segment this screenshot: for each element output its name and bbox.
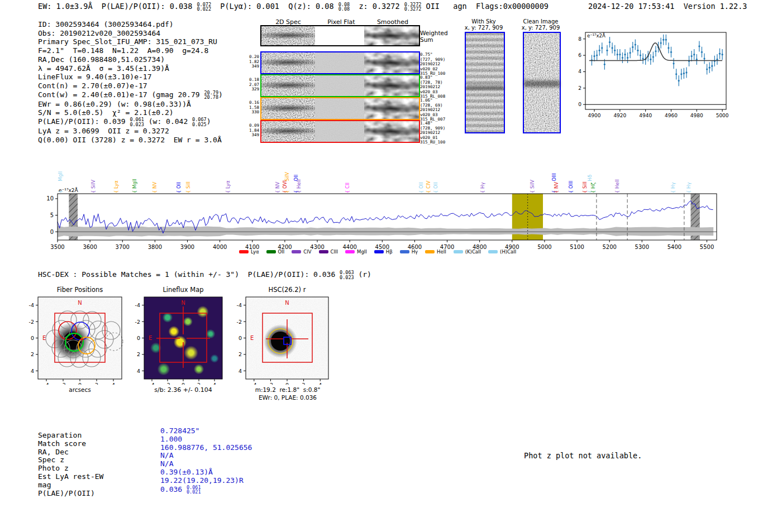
svg-text:2: 2 xyxy=(239,351,242,357)
svg-text:3600: 3600 xyxy=(83,244,97,250)
svg-text:N: N xyxy=(78,300,82,306)
svg-text:-2: -2 xyxy=(165,382,170,385)
legend-item-(K)CaII: (K)CaII xyxy=(454,249,481,255)
info-line-9: EWr = 0.86(±0.29) (w: 0.98(±0.33))Å xyxy=(38,100,223,109)
spec2d-segment xyxy=(315,98,364,119)
match-value-6: 19.22(19.20,19.23)R xyxy=(160,477,252,485)
linefit-plot: 02468490049204940496049805000e⁻¹⁷x2Å xyxy=(559,26,743,126)
spec2d-segment xyxy=(364,52,419,73)
svg-text:4: 4 xyxy=(578,69,581,74)
svg-text:5100: 5100 xyxy=(570,244,584,250)
spec2d-fiber-row xyxy=(260,97,420,120)
legend-swatch xyxy=(345,250,355,253)
spec2d-row-stats: 0.18 2.07 329 xyxy=(246,78,259,92)
photz-note: Phot z plot not available. xyxy=(524,451,642,460)
svg-text:-4: -4 xyxy=(135,302,140,308)
legend-swatch xyxy=(425,250,435,253)
legend-item-Hβ: Hβ xyxy=(374,249,393,255)
match-value-1: 1.000 xyxy=(160,435,252,444)
match-label-3: Spec z xyxy=(38,456,103,464)
spec2d-fiber-row xyxy=(260,74,420,97)
svg-text:4920: 4920 xyxy=(613,113,626,118)
match-label-0: Separation xyxy=(38,432,103,440)
svg-text:4940: 4940 xyxy=(639,113,652,118)
svg-text:10: 10 xyxy=(46,195,54,202)
svg-text:5: 5 xyxy=(50,212,54,218)
elixer-report-page: EW: 1.0±3.9Å P(LAE)/P(OII): 0.038 0.0720… xyxy=(0,0,782,532)
hsc-dex-summary: HSC-DEX : Possible Matches = 1 (within +… xyxy=(38,270,371,280)
svg-text:-4: -4 xyxy=(251,382,256,385)
spec2d-segment xyxy=(261,26,315,45)
match-value-0: 0.728425" xyxy=(160,427,252,435)
svg-text:3500: 3500 xyxy=(50,244,64,250)
svg-text:-2: -2 xyxy=(29,319,34,325)
svg-text:0: 0 xyxy=(78,382,82,385)
svg-text:2: 2 xyxy=(31,351,34,357)
match-label-4: Photo z xyxy=(38,464,103,473)
svg-text:2: 2 xyxy=(578,85,581,91)
spec2d-segment xyxy=(315,26,364,45)
spec2d-segment xyxy=(261,52,315,73)
svg-text:4900: 4900 xyxy=(588,113,601,118)
spec2d-segment xyxy=(364,98,419,119)
legend-swatch xyxy=(454,250,463,253)
hsc-xlabel2: EWr: 0, PLAE: 0.036 xyxy=(240,394,335,401)
legend-item-Hγ: Hγ xyxy=(400,249,418,255)
legend-item-Lyα: Lyα xyxy=(239,249,259,255)
legend-swatch xyxy=(239,250,249,253)
svg-text:4000: 4000 xyxy=(213,244,227,250)
hsc-plot: -44-22002-24-4NE xyxy=(230,293,342,385)
legend-swatch xyxy=(488,250,498,253)
svg-text:0: 0 xyxy=(137,335,140,341)
lineflux-map-plot: -44-22002-24-4NE xyxy=(130,293,236,385)
svg-text:5000: 5000 xyxy=(716,113,729,118)
svg-text:0: 0 xyxy=(239,335,242,341)
spec2d-segment xyxy=(315,52,364,73)
svg-text:-4: -4 xyxy=(44,382,49,385)
svg-text:4960: 4960 xyxy=(665,113,678,118)
spec2d-segment xyxy=(364,121,419,142)
spec2d-segment xyxy=(261,75,315,96)
withsky-image xyxy=(465,32,505,133)
svg-text:-2: -2 xyxy=(60,382,65,385)
svg-text:4: 4 xyxy=(31,368,34,374)
svg-text:5200: 5200 xyxy=(602,244,616,250)
spec2d-fiber-row xyxy=(260,51,420,74)
spec2d-segment xyxy=(364,75,419,96)
svg-text:e⁻¹⁷x2Å: e⁻¹⁷x2Å xyxy=(587,32,605,39)
spec2d-segment xyxy=(315,75,364,96)
match-value-2: 160.988776, 51.025656 xyxy=(160,444,252,452)
match-label-5: Est LyA rest-EW xyxy=(38,473,103,481)
spec2d-row-stats: 0.16 1.58 330 xyxy=(246,100,259,115)
spec2d-segment xyxy=(261,121,315,142)
svg-text:E: E xyxy=(250,335,254,341)
svg-text:0: 0 xyxy=(285,382,289,385)
spec2d-row-label: 0.83" (728, 78) 20190212 v020_03 315_RL_… xyxy=(420,75,445,99)
svg-text:-2: -2 xyxy=(135,319,140,325)
match-label-1: Match score xyxy=(38,440,103,448)
lineflux-xlabel: s/b: 2.36 +/- 0.104 xyxy=(136,386,231,394)
summary-header: EW: 1.0±3.9Å P(LAE)/P(OII): 0.038 0.0720… xyxy=(38,2,549,12)
fiber-positions-plot: -44-22002-24-4NE xyxy=(22,293,134,385)
spec2d-segment xyxy=(364,26,419,45)
svg-text:-4: -4 xyxy=(29,302,34,308)
spec2d-row-label: 1.06" (728, 69) 20190212 v020_03 315_RL_… xyxy=(420,98,445,122)
info-line-1: Obs: 20190212v020_3002593464 xyxy=(38,29,223,38)
spec2d-weighted-row xyxy=(260,25,420,46)
spec2d-row-label: 0.75" (727, 909) 20190212 v020_02 315_RU… xyxy=(420,52,445,76)
match-label-6: mag xyxy=(38,481,103,490)
clean-image xyxy=(523,32,561,133)
svg-text:4980: 4980 xyxy=(690,113,703,118)
spec2d-segment xyxy=(261,98,315,119)
svg-text:4: 4 xyxy=(239,368,242,374)
info-line-11: P(LAE)/P(OII): 0.039 0.0610.023 (w: 0.04… xyxy=(38,117,223,127)
detection-info-block: ID: 3002593464 (3002593464.pdf)Obs: 2019… xyxy=(38,20,223,144)
spec2d-row-stats: 0.09 1.84 349 xyxy=(246,123,259,138)
info-line-13: Q(0.00) OII (3728) z = 0.3272 EW r = 3.0… xyxy=(38,136,223,145)
spec2d-row-stats: 0.20 1.82 349 xyxy=(246,55,259,69)
legend-swatch xyxy=(400,250,409,253)
svg-text:N: N xyxy=(285,300,289,306)
info-line-0: ID: 3002593464 (3002593464.pdf) xyxy=(38,20,223,29)
svg-text:4: 4 xyxy=(213,382,216,385)
svg-text:2: 2 xyxy=(197,382,201,385)
